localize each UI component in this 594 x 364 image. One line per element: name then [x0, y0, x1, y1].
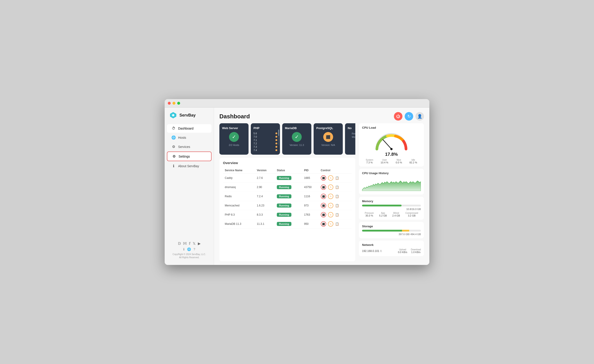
- cell-pid: 43750: [302, 183, 319, 192]
- restart-button[interactable]: ↻: [328, 212, 333, 218]
- mem-compressed-val: 3.2 GB: [405, 214, 418, 217]
- col-service-name: Service Name: [223, 167, 255, 173]
- stop-button[interactable]: ⬛: [321, 175, 326, 181]
- php-row-73: 7.3: [253, 146, 277, 148]
- youtube-icon[interactable]: ▶: [198, 241, 201, 246]
- stop-button[interactable]: ⬛: [321, 221, 326, 227]
- sidebar-item-services[interactable]: ⚙ Services: [167, 142, 211, 151]
- postgresql-stop-icon: ⬛: [323, 132, 333, 142]
- cpu-stat-idle: Idle 82.2 %: [409, 159, 417, 164]
- cell-service-name: Redis: [223, 192, 255, 201]
- network-card: Network 192.168.0.101 ⎘ Upload 0.0 KB/s: [359, 240, 424, 256]
- cpu-history-title: CPU Usage History: [362, 172, 421, 175]
- stop-button[interactable]: ⬛: [321, 194, 326, 199]
- minimize-button[interactable]: [173, 102, 176, 105]
- php-scrollbar[interactable]: [278, 130, 279, 145]
- log-button[interactable]: 📋: [335, 213, 339, 217]
- left-panel: Web Server ✓ 2/2 Hosts PHP 5.6 7.0: [219, 123, 355, 261]
- sidebar-item-about-label: About ServBay: [178, 164, 199, 168]
- cell-pid: 1665: [302, 173, 319, 183]
- control-buttons: ⬛ ↻ 📋: [321, 212, 350, 218]
- titlebar: [165, 99, 429, 108]
- overview-panel: Overview Service Name Version Status PID…: [219, 158, 355, 261]
- upload-stat: Upload 0.0 KB/s: [398, 248, 407, 253]
- nol-card-title: No: [348, 126, 355, 130]
- globe-link-icon[interactable]: 🌐: [187, 247, 191, 251]
- control-buttons: ⬛ ↻ 📋: [321, 194, 350, 199]
- memory-card: Memory 10.8/16.0 GB Pressure 35.0 % App: [359, 197, 424, 220]
- svg-line-3: [383, 140, 392, 149]
- cell-service-name: Memcached: [223, 201, 255, 210]
- restart-button[interactable]: ↻: [328, 221, 333, 227]
- info-link-icon[interactable]: ℹ: [183, 247, 184, 251]
- cpu-system-value: 7.3 %: [366, 161, 373, 164]
- header-actions: ⏻ ↻ 👤: [394, 112, 424, 121]
- table-row: Redis 7.2.4 Running 1116 ⬛ ↻ 📋: [223, 192, 352, 201]
- stop-button[interactable]: ⬛: [321, 203, 326, 208]
- overview-table: Service Name Version Status PID Control …: [223, 167, 352, 229]
- cell-version: 1.6.23: [255, 201, 275, 210]
- php-dot-72: [276, 143, 277, 144]
- stop-button[interactable]: ⬛: [321, 212, 326, 218]
- dashboard-icon: ⏱: [171, 126, 176, 131]
- help-link-icon[interactable]: ?: [194, 247, 195, 251]
- table-row: PHP 8.3 8.3.3 Running 1763 ⬛ ↻ 📋: [223, 210, 352, 219]
- cell-control: ⬛ ↻ 📋: [319, 192, 352, 201]
- mem-pressure-val: 35.0 %: [365, 214, 374, 217]
- storage-title: Storage: [362, 225, 421, 228]
- service-card-nol[interactable]: No RedMer: [345, 123, 355, 155]
- php-version-list: 5.6 7.0 7.1 7.2 7.3 7.4: [253, 132, 277, 152]
- discord-icon[interactable]: 𝔻: [178, 241, 181, 246]
- main-body: Web Server ✓ 2/2 Hosts PHP 5.6 7.0: [214, 123, 429, 265]
- cpu-history-card: CPU Usage History: [359, 169, 424, 195]
- status-badge: Running: [277, 204, 291, 208]
- service-card-mariadb[interactable]: MariaDB ✓ Version: 11.3: [282, 123, 311, 155]
- cell-service-name: MariaDB 11.3: [223, 219, 255, 229]
- service-card-webserver[interactable]: Web Server ✓ 2/2 Hosts: [219, 123, 249, 155]
- cell-status: Running: [275, 201, 302, 210]
- about-icon: ℹ: [171, 164, 176, 168]
- webserver-card-title: Web Server: [222, 126, 246, 130]
- webserver-icon-area: ✓ 2/2 Hosts: [222, 132, 246, 146]
- services-icon: ⚙: [171, 145, 176, 149]
- php-dot-70: [276, 136, 277, 138]
- control-buttons: ⬛ ↻ 📋: [321, 221, 350, 227]
- sidebar-item-about[interactable]: ℹ About ServBay: [167, 162, 211, 170]
- power-button[interactable]: ⏻: [394, 112, 402, 121]
- sidebar-item-dashboard[interactable]: ⏱ Dashboard: [167, 124, 211, 133]
- cpu-value: 17.8%: [385, 152, 398, 157]
- x-icon[interactable]: 𝕏: [193, 241, 196, 246]
- cell-pid: 1763: [302, 210, 319, 219]
- status-badge: Running: [277, 213, 291, 217]
- log-button[interactable]: 📋: [335, 195, 339, 198]
- copy-ip-icon[interactable]: ⎘: [380, 250, 382, 253]
- sidebar-item-settings[interactable]: ⚙ Settings: [167, 152, 211, 161]
- network-ip: 192.168.0.101 ⎘: [362, 250, 382, 253]
- medium-icon[interactable]: 𝕄: [183, 241, 187, 246]
- cell-control: ⬛ ↻ 📋: [319, 173, 352, 183]
- sidebar-item-services-label: Services: [178, 145, 190, 149]
- table-row: dnsmasq 2.90 Running 43750 ⬛ ↻ 📋: [223, 183, 352, 192]
- service-card-postgresql[interactable]: PostgreSQL ⬛ Version: N/A: [314, 123, 343, 155]
- facebook-icon[interactable]: 𝕗: [189, 241, 190, 246]
- postgresql-subtitle: Version: N/A: [321, 144, 335, 146]
- network-title: Network: [362, 243, 421, 246]
- close-button[interactable]: [168, 102, 171, 105]
- user-button[interactable]: 👤: [415, 112, 424, 121]
- restart-button[interactable]: ↻: [328, 185, 333, 190]
- refresh-button[interactable]: ↻: [405, 112, 413, 121]
- maximize-button[interactable]: [177, 102, 180, 105]
- stop-button[interactable]: ⬛: [321, 185, 326, 190]
- cell-control: ⬛ ↻ 📋: [319, 201, 352, 210]
- sidebar-item-hosts[interactable]: 🌐 Hosts: [167, 133, 211, 142]
- log-button[interactable]: 📋: [335, 222, 339, 226]
- restart-button[interactable]: ↻: [328, 203, 333, 208]
- restart-button[interactable]: ↻: [328, 175, 333, 181]
- webserver-check-icon: ✓: [229, 132, 239, 142]
- log-button[interactable]: 📋: [335, 185, 339, 189]
- log-button[interactable]: 📋: [335, 176, 339, 180]
- cell-control: ⬛ ↻ 📋: [319, 210, 352, 219]
- service-card-php[interactable]: PHP 5.6 7.0 7.1 7.2 7.3 7.4: [251, 123, 280, 155]
- log-button[interactable]: 📋: [335, 204, 339, 207]
- restart-button[interactable]: ↻: [328, 194, 333, 199]
